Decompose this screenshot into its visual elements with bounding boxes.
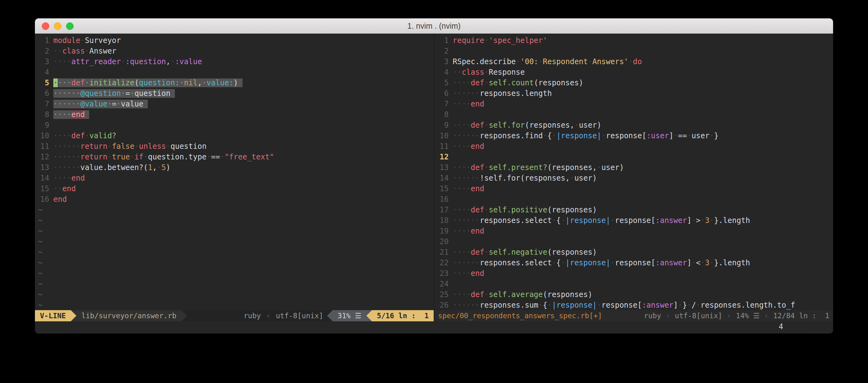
code-line: 2··class·Answer [35, 46, 434, 56]
code-text: ······@value·=·value [53, 100, 148, 108]
line-number: 9 [434, 120, 448, 131]
code-line: ~ [35, 215, 434, 226]
code-text: ······return·true·if·question.type·==·"f… [53, 152, 274, 161]
code-line: 3····attr_reader·:question,·:value [35, 56, 434, 67]
tilde-marker: ~ [35, 280, 42, 288]
powerline-arrow-icon [366, 310, 372, 321]
line-number: 1 [35, 35, 49, 46]
code-line: 1require·'spec_helper' [434, 35, 833, 46]
line-number: 5 [434, 77, 448, 88]
code-text: ····def·valid? [53, 131, 116, 140]
code-line: 4 [35, 67, 434, 77]
code-line: 16end [35, 194, 434, 205]
code-text: ····def·self.for(responses,·user) [453, 121, 601, 130]
code-text: ······responses.sum·{·|response|·respons… [453, 301, 795, 310]
line-number: 10 [35, 131, 49, 141]
tilde-marker: ~ [35, 290, 42, 299]
code-line: 12 [434, 152, 833, 162]
code-line: ~ [35, 279, 434, 289]
encoding-right: utf-8[unix] [671, 310, 726, 321]
code-line: 5····def·self.count(responses) [434, 77, 833, 88]
code-line: 11····end [434, 141, 833, 152]
code-line: 13····def·self.present?(responses,·user) [434, 162, 833, 173]
filetype-left: ruby [240, 310, 265, 321]
tilde-marker: ~ [35, 301, 42, 310]
line-number: 23 [434, 268, 448, 279]
line-number: 5 [35, 77, 49, 88]
code-text: require·'spec_helper' [453, 36, 547, 45]
code-line: 9 [35, 120, 434, 131]
nvim-terminal: 1module·Surveyor2··class·Answer3····attr… [35, 34, 833, 334]
separator-icon: ‹ [665, 310, 671, 321]
line-number: 4 [35, 67, 49, 77]
code-line: 6······@question·=·question [35, 88, 434, 99]
titlebar[interactable]: 1. nvim . (nvim) [35, 19, 833, 34]
code-line: 15····end [434, 183, 833, 194]
code-text: ··class·Answer [53, 47, 116, 56]
code-text: ····attr_reader·:question,·:value [53, 57, 202, 66]
line-number: 6 [434, 88, 448, 99]
code-line: 7····end [434, 99, 833, 109]
code-line: 12······return·true·if·question.type·==·… [35, 152, 434, 162]
code-line: 15··end [35, 183, 434, 194]
line-number: 26 [434, 300, 448, 310]
code-text: ······@question·=·question [53, 89, 175, 98]
code-text: ····end [453, 100, 484, 108]
code-line: 23····end [434, 268, 833, 279]
tilde-marker: ~ [35, 248, 42, 256]
code-text: ······responses.find·{·|response|·respon… [453, 131, 719, 140]
code-line: 20 [434, 236, 833, 247]
code-line: ~ [35, 247, 434, 257]
powerline-arrow-icon [182, 310, 187, 321]
separator-icon: ‹ [726, 310, 733, 321]
line-number: 8 [35, 109, 49, 120]
tilde-marker: ~ [35, 227, 42, 235]
powerline-arrow-icon [327, 310, 333, 321]
code-line: 10······responses.find·{·|response|·resp… [434, 131, 833, 141]
separator-icon: ‹ [763, 310, 770, 321]
code-text: ··class·Response [453, 68, 525, 77]
tilde-marker: ~ [35, 269, 42, 278]
command-line: 4 [35, 321, 833, 334]
mode-indicator: V-LINE [35, 310, 71, 321]
line-number: 19 [434, 226, 448, 236]
code-line: 5····def·initialize(question:·nil,·value… [35, 77, 434, 88]
tilde-marker: ~ [35, 237, 42, 246]
line-number: 16 [35, 194, 49, 205]
line-number: 1 [434, 35, 448, 46]
line-number: 2 [434, 46, 448, 56]
code-text: ······value.between?(1,·5) [53, 163, 170, 172]
cursor-position-left: 5/16 ln : 1 [372, 310, 434, 321]
line-number: 21 [434, 247, 448, 257]
showcmd: 4 [779, 321, 783, 332]
cursor-position-right: 12/84 ln : 1 [770, 310, 833, 321]
code-text: ····end [453, 184, 484, 193]
separator-icon: ‹ [265, 310, 272, 321]
code-line: 21····def·self.negative(responses) [434, 247, 833, 257]
desktop: { "window": { "title": "1. nvim . (nvim)… [0, 0, 868, 383]
line-number: 13 [434, 162, 448, 173]
code-text: end [53, 195, 67, 204]
tilde-marker: ~ [35, 258, 42, 267]
line-number: 10 [434, 131, 448, 141]
statusline-spacer [187, 310, 240, 321]
code-line: 22······responses.select·{·|response|·re… [434, 257, 833, 268]
code-line: 14····end [35, 173, 434, 183]
line-number: 17 [434, 205, 448, 215]
code-text: ····def·self.count(responses) [453, 78, 583, 87]
line-number: 4 [434, 67, 448, 77]
code-text: ······responses.length [453, 89, 552, 98]
code-text: ······responses.select·{·|response|·resp… [453, 216, 750, 225]
code-line: 14······!self.for(responses,·user) [434, 173, 833, 183]
filename-right: spec/00_respondents_answers_spec.rb[+] [434, 310, 606, 321]
buffer-answer-rb[interactable]: 1module·Surveyor2··class·Answer3····attr… [35, 34, 434, 310]
code-line: 11······return·false·unless·question [35, 141, 434, 152]
code-text: ····def·self.positive(responses) [453, 206, 597, 214]
code-text: ····end [53, 110, 89, 119]
line-number: 16 [434, 194, 448, 205]
buffer-spec-rb[interactable]: 1require·'spec_helper'23RSpec.describe·'… [434, 34, 833, 310]
code-text: module·Surveyor [53, 36, 121, 45]
tilde-marker: ~ [35, 206, 42, 214]
line-number: 12 [35, 152, 49, 162]
terminal-window: 1. nvim . (nvim) 1module·Surveyor2··clas… [35, 19, 833, 334]
